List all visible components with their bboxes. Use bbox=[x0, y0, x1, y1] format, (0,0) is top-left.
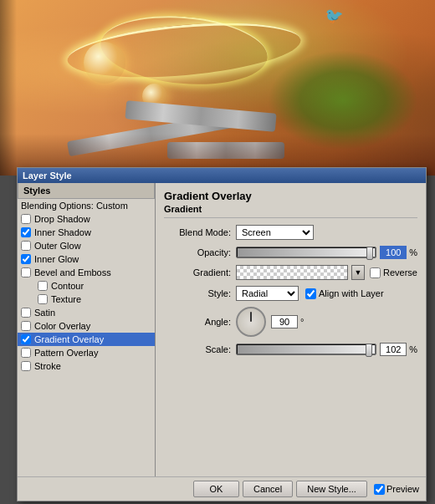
scale-slider-container: % bbox=[236, 343, 417, 356]
inner-glow-label: Inner Glow bbox=[34, 254, 79, 264]
angle-row: Angle: ° bbox=[164, 307, 417, 337]
inner-glow-checkbox[interactable] bbox=[21, 254, 31, 264]
opacity-row: Opacity: % bbox=[164, 246, 417, 259]
stroke-label: Stroke bbox=[34, 361, 61, 371]
texture-label: Texture bbox=[51, 294, 81, 304]
opacity-label: Opacity: bbox=[164, 247, 231, 257]
angle-control: ° bbox=[236, 307, 304, 337]
style-item-pattern-overlay[interactable]: Pattern Overlay bbox=[18, 346, 155, 359]
pattern-overlay-label: Pattern Overlay bbox=[34, 348, 98, 358]
blending-options-item[interactable]: Blending Options: Custom bbox=[18, 199, 155, 212]
cancel-button[interactable]: Cancel bbox=[243, 481, 293, 497]
blend-mode-row: Blend Mode: NormalDissolveDarkenMultiply… bbox=[164, 225, 417, 240]
settings-panel: Gradient Overlay Gradient Blend Mode: No… bbox=[156, 183, 426, 476]
scale-label: Scale: bbox=[164, 344, 231, 354]
scale-track bbox=[237, 344, 376, 354]
pattern-overlay-checkbox[interactable] bbox=[21, 348, 31, 358]
left-shadow bbox=[0, 0, 17, 176]
satin-checkbox[interactable] bbox=[21, 308, 31, 318]
style-item-bevel-emboss[interactable]: Bevel and Emboss bbox=[18, 266, 155, 279]
scale-thumb[interactable] bbox=[366, 344, 372, 357]
blend-mode-select[interactable]: NormalDissolveDarkenMultiplyColor BurnLi… bbox=[236, 225, 314, 240]
outer-glow-label: Outer Glow bbox=[34, 241, 81, 251]
contour-checkbox[interactable] bbox=[38, 281, 48, 291]
dialog-footer: OK Cancel New Style... Preview bbox=[18, 476, 426, 501]
style-item-texture[interactable]: Texture bbox=[18, 293, 155, 306]
style-item-outer-glow[interactable]: Outer Glow bbox=[18, 239, 155, 252]
layer-style-dialog: Layer Style Styles Blending Options: Cus… bbox=[17, 167, 427, 501]
reverse-checkbox-row: Reverse bbox=[370, 267, 417, 278]
align-layer-label: Align with Layer bbox=[319, 288, 384, 298]
dialog-titlebar: Layer Style bbox=[18, 168, 426, 183]
angle-dial[interactable] bbox=[236, 307, 266, 337]
orb-1 bbox=[84, 42, 125, 84]
dialog-body: Styles Blending Options: Custom Drop Sha… bbox=[18, 183, 426, 476]
style-row: Style: LinearRadialAngleReflectedDiamond… bbox=[164, 286, 417, 301]
style-item-inner-shadow[interactable]: Inner Shadow bbox=[18, 226, 155, 239]
new-style-button[interactable]: New Style... bbox=[296, 481, 367, 497]
gradient-row: Gradient: ▼ Reverse bbox=[164, 265, 417, 280]
gradient-preview[interactable] bbox=[236, 265, 348, 280]
style-item-stroke[interactable]: Stroke bbox=[18, 359, 155, 373]
inner-shadow-checkbox[interactable] bbox=[21, 227, 31, 237]
style-label: Style: bbox=[164, 288, 231, 298]
style-item-gradient-overlay[interactable]: Gradient Overlay bbox=[18, 333, 155, 346]
color-overlay-label: Color Overlay bbox=[34, 321, 90, 331]
style-item-drop-shadow[interactable]: Drop Shadow bbox=[18, 212, 155, 226]
bird-silhouette: 🐦 bbox=[325, 7, 343, 25]
opacity-thumb[interactable] bbox=[366, 247, 373, 260]
scale-unit: % bbox=[409, 344, 417, 354]
chevron-down-icon: ▼ bbox=[355, 268, 362, 277]
reverse-label: Reverse bbox=[383, 267, 417, 277]
color-overlay-checkbox[interactable] bbox=[21, 321, 31, 331]
ok-button[interactable]: OK bbox=[193, 481, 239, 497]
opacity-slider-container: % bbox=[236, 246, 417, 259]
style-item-contour[interactable]: Contour bbox=[18, 279, 155, 293]
gradient-dropdown-btn[interactable]: ▼ bbox=[351, 265, 365, 280]
outer-glow-checkbox[interactable] bbox=[21, 241, 31, 251]
style-item-satin[interactable]: Satin bbox=[18, 306, 155, 319]
texture-checkbox[interactable] bbox=[38, 294, 48, 304]
opacity-unit: % bbox=[409, 247, 417, 257]
style-select[interactable]: LinearRadialAngleReflectedDiamond bbox=[236, 286, 299, 301]
glow-decoration-2 bbox=[98, 9, 270, 90]
reverse-checkbox[interactable] bbox=[370, 267, 381, 278]
drop-shadow-label: Drop Shadow bbox=[34, 214, 90, 224]
preview-checkbox[interactable] bbox=[374, 484, 385, 495]
section-title: Gradient Overlay bbox=[164, 190, 417, 202]
styles-panel: Styles Blending Options: Custom Drop Sha… bbox=[18, 183, 156, 476]
gradient-overlay-checkbox[interactable] bbox=[21, 334, 31, 344]
preview-label: Preview bbox=[386, 484, 419, 494]
contour-label: Contour bbox=[51, 281, 84, 291]
opacity-track bbox=[237, 247, 376, 257]
angle-unit: ° bbox=[300, 317, 304, 327]
angle-input[interactable] bbox=[271, 315, 298, 328]
satin-label: Satin bbox=[34, 308, 55, 318]
align-layer-checkbox[interactable] bbox=[305, 288, 316, 299]
inner-shadow-label: Inner Shadow bbox=[34, 227, 91, 237]
canvas-preview: 🐦 bbox=[0, 0, 435, 176]
bevel-emboss-checkbox[interactable] bbox=[21, 267, 31, 277]
angle-label: Angle: bbox=[164, 317, 231, 327]
style-item-color-overlay[interactable]: Color Overlay bbox=[18, 319, 155, 333]
scale-slider[interactable] bbox=[236, 344, 376, 355]
blend-mode-label: Blend Mode: bbox=[164, 227, 231, 237]
scale-row: Scale: % bbox=[164, 343, 417, 356]
opacity-input[interactable] bbox=[380, 246, 407, 259]
align-layer-row: Align with Layer bbox=[305, 288, 384, 299]
section-subtitle: Gradient bbox=[164, 204, 417, 218]
opacity-slider[interactable] bbox=[236, 247, 376, 258]
gradient-label: Gradient: bbox=[164, 267, 231, 277]
style-item-inner-glow[interactable]: Inner Glow bbox=[18, 252, 155, 266]
preview-row: Preview bbox=[374, 481, 419, 497]
stroke-checkbox[interactable] bbox=[21, 361, 31, 371]
scale-input[interactable] bbox=[380, 343, 407, 356]
dialog-title: Layer Style bbox=[23, 171, 72, 181]
styles-header: Styles bbox=[18, 183, 155, 199]
gradient-overlay-label: Gradient Overlay bbox=[34, 334, 104, 344]
bevel-emboss-label: Bevel and Emboss bbox=[34, 267, 111, 277]
drop-shadow-checkbox[interactable] bbox=[21, 214, 31, 224]
